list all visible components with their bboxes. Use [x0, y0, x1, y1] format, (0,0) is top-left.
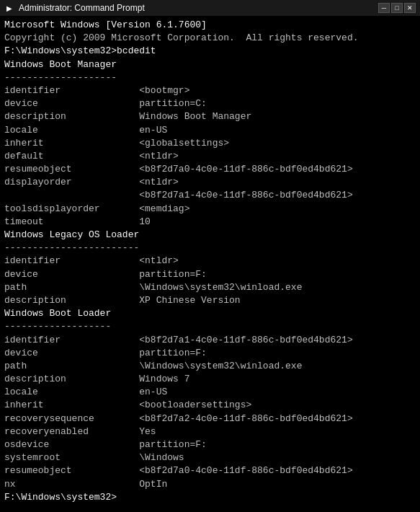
terminal-line: identifier <b8f2d7a1-4c0e-11df-886c-bdf0… [4, 334, 416, 347]
maximize-button[interactable]: □ [391, 3, 403, 13]
terminal-line: path \Windows\system32\winload.exe [4, 281, 416, 294]
terminal-line: ------------------- [4, 320, 416, 333]
terminal-line: osdevice partition=F: [4, 438, 416, 451]
terminal-line: F:\Windows\system32>bcdedit [4, 45, 416, 58]
terminal-line: displayorder <ntldr> [4, 176, 416, 189]
terminal-line: identifier <bootmgr> [4, 84, 416, 97]
terminal-line: recoverysequence <b8f2d7a2-4c0e-11df-886… [4, 412, 416, 425]
terminal-line: Windows Boot Loader [4, 307, 416, 320]
terminal-line: timeout 10 [4, 216, 416, 229]
terminal-line: F:\Windows\system32> [4, 491, 416, 504]
terminal-line: description Windows 7 [4, 373, 416, 386]
terminal-line: locale en-US [4, 386, 416, 399]
terminal-line: <b8f2d7a1-4c0e-11df-886c-bdf0ed4bd621> [4, 189, 416, 202]
terminal-line: recoveryenabled Yes [4, 425, 416, 438]
terminal-line: inherit <globalsettings> [4, 137, 416, 150]
terminal-line: device partition=F: [4, 268, 416, 281]
terminal-line: inherit <bootloadersettings> [4, 399, 416, 412]
terminal-line: description XP Chinese Version [4, 294, 416, 307]
terminal-line: ------------------------ [4, 242, 416, 255]
terminal-line: device partition=C: [4, 97, 416, 110]
terminal-line: path \Windows\system32\winload.exe [4, 360, 416, 373]
terminal-line: Copyright (c) 2009 Microsoft Corporation… [4, 32, 416, 45]
close-button[interactable]: ✕ [404, 3, 416, 13]
terminal-line: Windows Legacy OS Loader [4, 229, 416, 242]
terminal-line: description Windows Boot Manager [4, 110, 416, 123]
terminal-line: identifier <ntldr> [4, 255, 416, 268]
terminal-line: -------------------- [4, 71, 416, 84]
title-bar: ▶ Administrator: Command Prompt ─ □ ✕ [0, 0, 420, 16]
terminal-line: resumeobject <b8f2d7a0-4c0e-11df-886c-bd… [4, 163, 416, 176]
window-title: Administrator: Command Prompt [19, 3, 145, 13]
terminal-line: default <ntldr> [4, 150, 416, 163]
terminal-line: Windows Boot Manager [4, 58, 416, 71]
terminal-line: nx OptIn [4, 478, 416, 491]
terminal-line: device partition=F: [4, 347, 416, 360]
terminal-line: systemroot \Windows [4, 451, 416, 464]
terminal-line: toolsdisplayorder <memdiag> [4, 203, 416, 216]
terminal-line: resumeobject <b8f2d7a0-4c0e-11df-886c-bd… [4, 464, 416, 477]
minimize-button[interactable]: ─ [378, 3, 390, 13]
terminal-line: Microsoft Windows [Version 6.1.7600] [4, 19, 416, 32]
terminal-output: Microsoft Windows [Version 6.1.7600]Copy… [0, 16, 420, 507]
cmd-icon: ▶ [4, 3, 14, 13]
terminal-line: locale en-US [4, 124, 416, 137]
